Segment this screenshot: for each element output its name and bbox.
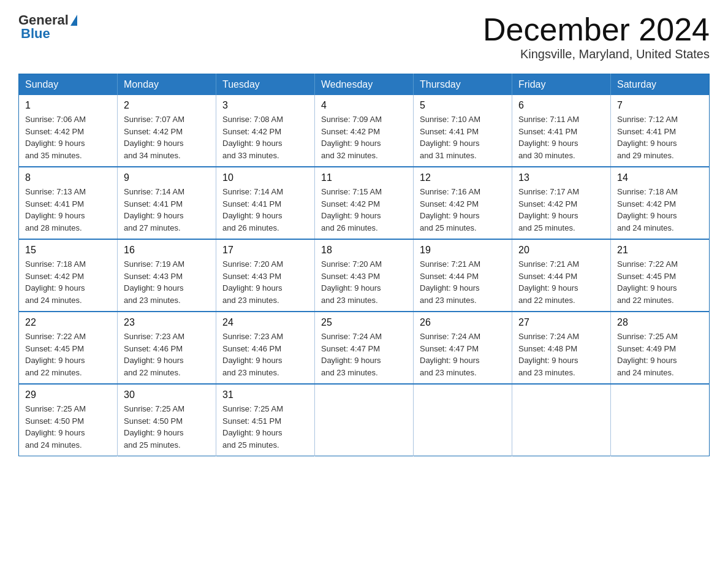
day-info: Sunrise: 7:10 AMSunset: 4:41 PMDaylight:…	[420, 113, 506, 161]
day-info: Sunrise: 7:14 AMSunset: 4:41 PMDaylight:…	[222, 186, 308, 234]
calendar-week-row: 29Sunrise: 7:25 AMSunset: 4:50 PMDayligh…	[19, 384, 710, 456]
table-row: 20Sunrise: 7:21 AMSunset: 4:44 PMDayligh…	[512, 239, 611, 312]
day-info: Sunrise: 7:20 AMSunset: 4:43 PMDaylight:…	[321, 258, 407, 306]
day-info: Sunrise: 7:23 AMSunset: 4:46 PMDaylight:…	[124, 331, 210, 378]
logo-blue-text: Blue	[21, 26, 50, 42]
day-info: Sunrise: 7:25 AMSunset: 4:50 PMDaylight:…	[124, 403, 210, 451]
day-number: 18	[321, 245, 407, 256]
header-sunday: Sunday	[19, 74, 118, 96]
table-row: 21Sunrise: 7:22 AMSunset: 4:45 PMDayligh…	[611, 239, 710, 312]
day-number: 21	[617, 245, 703, 256]
table-row: 13Sunrise: 7:17 AMSunset: 4:42 PMDayligh…	[512, 167, 611, 239]
day-number: 22	[25, 317, 111, 328]
day-number: 11	[321, 172, 407, 183]
day-number: 25	[321, 317, 407, 328]
table-row: 28Sunrise: 7:25 AMSunset: 4:49 PMDayligh…	[611, 312, 710, 384]
calendar-week-row: 8Sunrise: 7:13 AMSunset: 4:41 PMDaylight…	[19, 167, 710, 239]
logo: General Blue	[18, 12, 77, 42]
table-row	[611, 384, 710, 456]
table-row: 1Sunrise: 7:06 AMSunset: 4:42 PMDaylight…	[19, 95, 118, 167]
day-info: Sunrise: 7:18 AMSunset: 4:42 PMDaylight:…	[617, 186, 703, 234]
calendar-week-row: 1Sunrise: 7:06 AMSunset: 4:42 PMDaylight…	[19, 95, 710, 167]
day-number: 1	[25, 100, 111, 111]
calendar-week-row: 22Sunrise: 7:22 AMSunset: 4:45 PMDayligh…	[19, 312, 710, 384]
calendar-table: Sunday Monday Tuesday Wednesday Thursday…	[18, 74, 710, 456]
day-info: Sunrise: 7:17 AMSunset: 4:42 PMDaylight:…	[518, 186, 604, 234]
table-row: 3Sunrise: 7:08 AMSunset: 4:42 PMDaylight…	[216, 95, 315, 167]
table-row: 25Sunrise: 7:24 AMSunset: 4:47 PMDayligh…	[315, 312, 414, 384]
day-number: 27	[518, 317, 604, 328]
day-info: Sunrise: 7:08 AMSunset: 4:42 PMDaylight:…	[222, 113, 308, 161]
table-row: 9Sunrise: 7:14 AMSunset: 4:41 PMDaylight…	[118, 167, 216, 239]
table-row: 31Sunrise: 7:25 AMSunset: 4:51 PMDayligh…	[216, 384, 315, 456]
day-number: 29	[25, 389, 111, 400]
table-row: 12Sunrise: 7:16 AMSunset: 4:42 PMDayligh…	[414, 167, 512, 239]
day-info: Sunrise: 7:24 AMSunset: 4:48 PMDaylight:…	[518, 331, 604, 378]
table-row: 11Sunrise: 7:15 AMSunset: 4:42 PMDayligh…	[315, 167, 414, 239]
day-number: 14	[617, 172, 703, 183]
day-number: 13	[518, 172, 604, 183]
day-info: Sunrise: 7:18 AMSunset: 4:42 PMDaylight:…	[25, 258, 111, 306]
day-info: Sunrise: 7:22 AMSunset: 4:45 PMDaylight:…	[617, 258, 703, 306]
day-info: Sunrise: 7:25 AMSunset: 4:50 PMDaylight:…	[25, 403, 111, 451]
header: General Blue December 2024 Kingsville, M…	[18, 12, 710, 61]
day-info: Sunrise: 7:25 AMSunset: 4:51 PMDaylight:…	[222, 403, 308, 451]
day-info: Sunrise: 7:09 AMSunset: 4:42 PMDaylight:…	[321, 113, 407, 161]
month-year-title: December 2024	[483, 12, 710, 47]
day-info: Sunrise: 7:24 AMSunset: 4:47 PMDaylight:…	[321, 331, 407, 378]
title-area: December 2024 Kingsville, Maryland, Unit…	[483, 12, 710, 61]
table-row: 14Sunrise: 7:18 AMSunset: 4:42 PMDayligh…	[611, 167, 710, 239]
location-subtitle: Kingsville, Maryland, United States	[483, 47, 710, 61]
header-friday: Friday	[512, 74, 611, 96]
day-number: 5	[420, 100, 506, 111]
table-row: 24Sunrise: 7:23 AMSunset: 4:46 PMDayligh…	[216, 312, 315, 384]
day-info: Sunrise: 7:06 AMSunset: 4:42 PMDaylight:…	[25, 113, 111, 161]
day-number: 24	[222, 317, 308, 328]
day-info: Sunrise: 7:25 AMSunset: 4:49 PMDaylight:…	[617, 331, 703, 378]
header-monday: Monday	[118, 74, 216, 96]
header-thursday: Thursday	[414, 74, 512, 96]
table-row: 15Sunrise: 7:18 AMSunset: 4:42 PMDayligh…	[19, 239, 118, 312]
day-info: Sunrise: 7:19 AMSunset: 4:43 PMDaylight:…	[124, 258, 210, 306]
day-number: 9	[124, 172, 210, 183]
day-number: 30	[124, 389, 210, 400]
header-wednesday: Wednesday	[315, 74, 414, 96]
table-row: 17Sunrise: 7:20 AMSunset: 4:43 PMDayligh…	[216, 239, 315, 312]
table-row	[414, 384, 512, 456]
day-info: Sunrise: 7:24 AMSunset: 4:47 PMDaylight:…	[420, 331, 506, 378]
day-info: Sunrise: 7:11 AMSunset: 4:41 PMDaylight:…	[518, 113, 604, 161]
table-row: 29Sunrise: 7:25 AMSunset: 4:50 PMDayligh…	[19, 384, 118, 456]
day-number: 20	[518, 245, 604, 256]
day-info: Sunrise: 7:14 AMSunset: 4:41 PMDaylight:…	[124, 186, 210, 234]
day-info: Sunrise: 7:12 AMSunset: 4:41 PMDaylight:…	[617, 113, 703, 161]
table-row: 8Sunrise: 7:13 AMSunset: 4:41 PMDaylight…	[19, 167, 118, 239]
table-row: 19Sunrise: 7:21 AMSunset: 4:44 PMDayligh…	[414, 239, 512, 312]
day-number: 4	[321, 100, 407, 111]
day-number: 8	[25, 172, 111, 183]
table-row: 23Sunrise: 7:23 AMSunset: 4:46 PMDayligh…	[118, 312, 216, 384]
table-row	[512, 384, 611, 456]
table-row: 16Sunrise: 7:19 AMSunset: 4:43 PMDayligh…	[118, 239, 216, 312]
day-number: 7	[617, 100, 703, 111]
table-row: 22Sunrise: 7:22 AMSunset: 4:45 PMDayligh…	[19, 312, 118, 384]
table-row: 6Sunrise: 7:11 AMSunset: 4:41 PMDaylight…	[512, 95, 611, 167]
table-row: 30Sunrise: 7:25 AMSunset: 4:50 PMDayligh…	[118, 384, 216, 456]
logo-triangle-icon	[70, 15, 77, 26]
table-row: 7Sunrise: 7:12 AMSunset: 4:41 PMDaylight…	[611, 95, 710, 167]
table-row: 26Sunrise: 7:24 AMSunset: 4:47 PMDayligh…	[414, 312, 512, 384]
header-tuesday: Tuesday	[216, 74, 315, 96]
day-number: 31	[222, 389, 308, 400]
day-info: Sunrise: 7:21 AMSunset: 4:44 PMDaylight:…	[518, 258, 604, 306]
day-info: Sunrise: 7:22 AMSunset: 4:45 PMDaylight:…	[25, 331, 111, 378]
calendar-header-row: Sunday Monday Tuesday Wednesday Thursday…	[19, 74, 710, 96]
day-number: 17	[222, 245, 308, 256]
day-info: Sunrise: 7:13 AMSunset: 4:41 PMDaylight:…	[25, 186, 111, 234]
table-row: 2Sunrise: 7:07 AMSunset: 4:42 PMDaylight…	[118, 95, 216, 167]
day-number: 12	[420, 172, 506, 183]
day-number: 23	[124, 317, 210, 328]
day-number: 3	[222, 100, 308, 111]
table-row: 4Sunrise: 7:09 AMSunset: 4:42 PMDaylight…	[315, 95, 414, 167]
day-number: 2	[124, 100, 210, 111]
table-row: 10Sunrise: 7:14 AMSunset: 4:41 PMDayligh…	[216, 167, 315, 239]
day-number: 16	[124, 245, 210, 256]
